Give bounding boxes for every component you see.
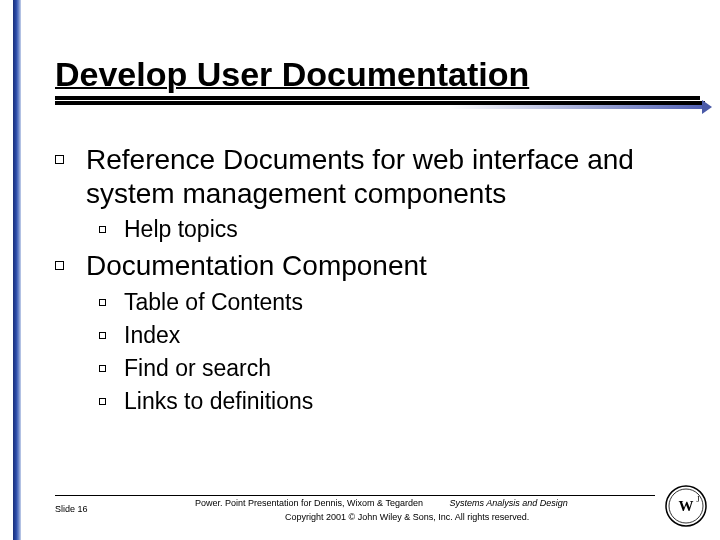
bullet-square-icon <box>99 365 106 372</box>
bullet-square-icon <box>99 299 106 306</box>
svg-text:W: W <box>679 498 694 514</box>
bullet-level2: Help topics <box>99 216 700 243</box>
bullet-text: Find or search <box>124 355 271 382</box>
wiley-logo-icon: W J <box>664 484 708 528</box>
bullet-level2: Index <box>99 322 700 349</box>
bullet-text: Links to definitions <box>124 388 313 415</box>
footer-text: Power. Point Presentation for Dennis, Wi… <box>195 498 700 522</box>
footer-rule <box>55 495 655 496</box>
bullet-square-icon <box>55 261 64 270</box>
bullet-level2: Table of Contents <box>99 289 700 316</box>
bullet-area: Reference Documents for web interface an… <box>55 118 700 421</box>
bullet-text: Reference Documents for web interface an… <box>86 143 700 210</box>
slide-footer: Slide 16 Power. Point Presentation for D… <box>55 495 700 522</box>
footer-copyright: Copyright 2001 © John Wiley & Sons, Inc.… <box>195 512 700 522</box>
bullet-level1: Reference Documents for web interface an… <box>55 143 700 210</box>
slide-content: Develop User Documentation <box>55 55 700 100</box>
bullet-text: Table of Contents <box>124 289 303 316</box>
bullet-level2: Links to definitions <box>99 388 700 415</box>
title-arrow-head-icon <box>702 100 712 114</box>
slide-number: Slide 16 <box>55 498 195 514</box>
bullet-square-icon <box>55 155 64 164</box>
bullet-text: Index <box>124 322 180 349</box>
slide-title: Develop User Documentation <box>55 55 700 100</box>
bullet-text: Documentation Component <box>86 249 427 283</box>
bullet-square-icon <box>99 398 106 405</box>
bullet-square-icon <box>99 332 106 339</box>
svg-text:J: J <box>696 495 699 504</box>
bullet-level1: Documentation Component <box>55 249 700 283</box>
footer-book-title: Systems Analysis and Design <box>449 498 567 508</box>
title-arrow-bar <box>65 105 705 109</box>
bullet-square-icon <box>99 226 106 233</box>
bullet-level2: Find or search <box>99 355 700 382</box>
side-accent-bar <box>13 0 21 540</box>
footer-credit: Power. Point Presentation for Dennis, Wi… <box>195 498 423 508</box>
bullet-text: Help topics <box>124 216 238 243</box>
